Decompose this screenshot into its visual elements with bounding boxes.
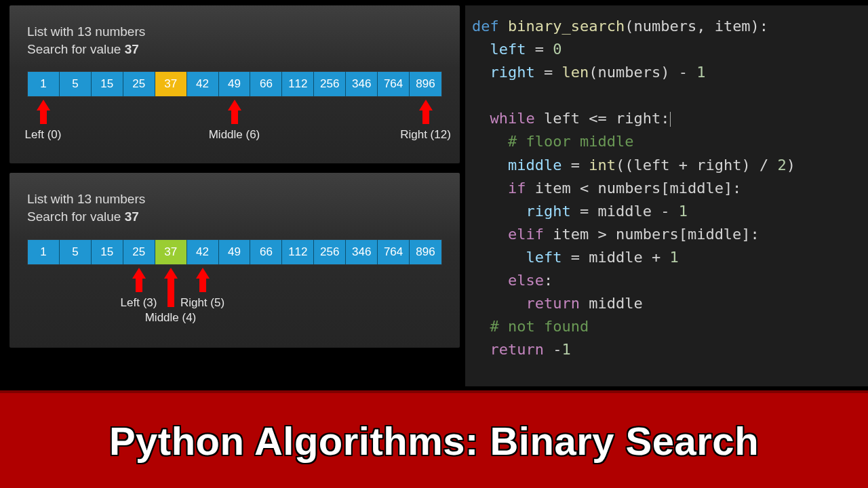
array-cell: 256	[314, 72, 346, 96]
pointer-arrow: Right (12)	[399, 100, 453, 142]
array-cell: 15	[92, 72, 123, 96]
array-cell: 15	[92, 240, 123, 264]
fn-len: len	[561, 64, 589, 81]
array-cell: 1	[28, 240, 60, 264]
num-1: 1	[696, 64, 705, 81]
arrow-up-icon	[37, 100, 50, 110]
close-paren: )	[787, 157, 795, 174]
array-cell: 42	[187, 240, 219, 264]
array-cell: 112	[282, 72, 314, 96]
array-cell: 25	[123, 72, 155, 96]
kw-def: def	[472, 18, 499, 35]
pointer-row-2: Left (3)Right (5)Middle (4)	[27, 268, 442, 333]
panel1-line2-prefix: Search for value	[27, 42, 125, 56]
panel1-line1-prefix: List with	[27, 24, 77, 39]
right-expr: = middle -	[571, 203, 679, 220]
neg-sign: -	[553, 341, 561, 358]
array-cell: 37	[155, 240, 187, 264]
array-cell: 764	[378, 72, 410, 96]
return-sp	[544, 341, 553, 358]
kw-else: else	[508, 272, 544, 289]
panel1-line1-count: 13	[77, 24, 92, 39]
op-eq2: =	[535, 64, 562, 81]
content-area: List with 13 numbers Search for value 37…	[0, 0, 868, 386]
array-cell: 37	[155, 72, 187, 96]
array-cell: 764	[378, 240, 410, 264]
panel1-title: List with 13 numbers Search for value 37	[27, 23, 442, 58]
array-cell: 5	[60, 240, 92, 264]
panel2-line2-prefix: Search for value	[27, 209, 125, 224]
elif-cond: item > numbers[middle]:	[544, 226, 760, 243]
fn-int: int	[589, 157, 616, 174]
comment-floor: # floor middle	[508, 133, 633, 150]
pointer-arrow-middle: Middle (4)	[137, 268, 205, 325]
arrow-stem-icon	[231, 110, 238, 124]
array-panel-step1: List with 13 numbers Search for value 37…	[9, 5, 460, 163]
array-cell: 49	[219, 72, 251, 96]
array-cell: 66	[250, 240, 282, 264]
array-cell: 42	[187, 72, 219, 96]
var-left2: left	[526, 249, 561, 266]
int-rest: ((left + right) /	[616, 157, 777, 174]
array-cell: 49	[219, 240, 251, 264]
fn-params: (numbers, item):	[625, 18, 768, 35]
array-cell: 896	[410, 72, 441, 96]
pointer-label: Middle (4)	[137, 311, 205, 325]
diagram-column: List with 13 numbers Search for value 37…	[0, 5, 460, 386]
num-1b: 1	[679, 203, 688, 220]
num-0: 0	[553, 41, 561, 58]
op-eq: =	[526, 41, 553, 58]
num-1c: 1	[669, 249, 678, 266]
fn-name: binary_search	[508, 18, 625, 35]
panel1-line1-suffix: numbers	[92, 24, 145, 39]
array-cell: 1	[28, 72, 60, 96]
kw-while: while	[490, 110, 535, 127]
pointer-label: Left (0)	[16, 128, 71, 142]
pointer-row-1: Left (0)Middle (6)Right (12)	[27, 100, 442, 148]
array-cell: 346	[346, 240, 378, 264]
var-right2: right	[526, 203, 570, 220]
arrow-stem-icon	[422, 110, 429, 124]
left-expr: = middle +	[561, 249, 669, 266]
array-panel-step2: List with 13 numbers Search for value 37…	[9, 173, 460, 347]
array-cell: 25	[123, 240, 155, 264]
code-editor: def binary_search(numbers, item): left =…	[465, 5, 868, 386]
array-cell: 112	[282, 240, 314, 264]
banner-title: Python Algorithms: Binary Search	[109, 418, 759, 464]
kw-return1: return	[526, 295, 579, 312]
num-2: 2	[777, 157, 786, 174]
array-cell: 5	[60, 72, 92, 96]
cursor-icon	[670, 112, 671, 127]
pointer-arrow: Middle (6)	[208, 100, 262, 142]
panel2-line2-value: 37	[125, 209, 139, 224]
var-left: left	[490, 41, 526, 58]
panel2-title: List with 13 numbers Search for value 37	[27, 190, 442, 225]
pointer-label: Right (12)	[399, 128, 453, 142]
title-banner: Python Algorithms: Binary Search	[0, 390, 868, 488]
return-mid: middle	[580, 295, 643, 312]
else-colon: :	[544, 272, 553, 289]
array-row-1: 15152537424966112256346764896	[27, 71, 442, 97]
array-cell: 256	[314, 240, 346, 264]
arrow-stem-icon	[167, 279, 174, 307]
kw-if: if	[508, 180, 526, 197]
arrow-up-icon	[419, 100, 433, 110]
var-right: right	[490, 64, 535, 81]
pointer-arrow: Left (0)	[16, 100, 71, 142]
comment-notfound: # not found	[490, 318, 589, 335]
arrow-stem-icon	[40, 110, 47, 124]
while-cond: left <= right:	[535, 110, 670, 127]
array-cell: 346	[346, 72, 378, 96]
panel2-line1-prefix: List with	[27, 192, 77, 206]
arrow-up-icon	[228, 100, 241, 110]
array-row-2: 15152537424966112256346764896	[27, 239, 442, 265]
pointer-label: Middle (6)	[208, 128, 262, 142]
array-cell: 896	[410, 240, 441, 264]
array-cell: 66	[250, 72, 282, 96]
if-cond: item < numbers[middle]:	[526, 180, 741, 197]
panel2-line1-count: 13	[77, 192, 92, 206]
kw-return2: return	[490, 341, 544, 358]
kw-elif: elif	[508, 226, 544, 243]
num-1d: 1	[561, 341, 570, 358]
panel2-line1-suffix: numbers	[92, 192, 145, 206]
